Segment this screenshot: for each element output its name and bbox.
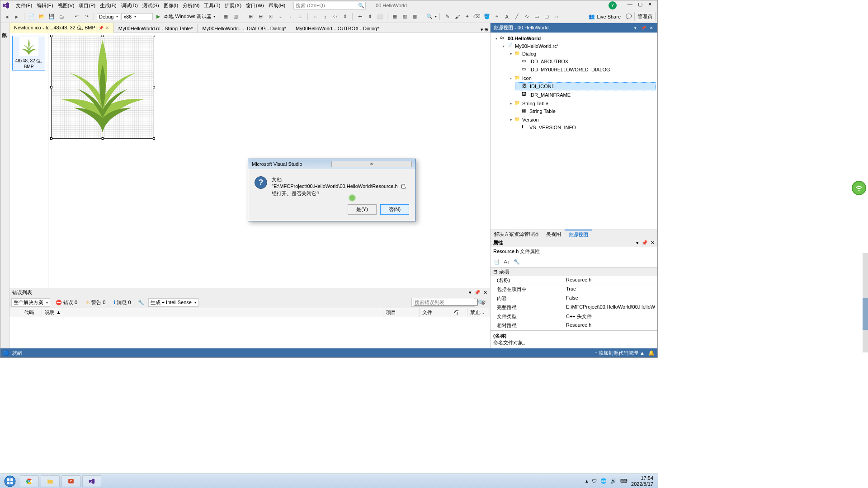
start-button[interactable] (2, 475, 18, 488)
prop-row[interactable]: 内容False (491, 294, 657, 303)
tree-item-selected[interactable]: 🖼IDI_ICON1 (515, 82, 656, 90)
tray-volume-icon[interactable]: 🔊 (610, 478, 617, 484)
menu-view[interactable]: 视图(V) (56, 1, 76, 10)
platform-combo[interactable]: x86 (121, 13, 153, 20)
menu-test[interactable]: 测试(S) (141, 1, 161, 10)
prop-row[interactable]: 完整路径E:\MFCProject\00.HelloWorld\00.Hello… (491, 303, 657, 312)
col-file[interactable]: 文件 (420, 308, 451, 317)
menu-project[interactable]: 项目(P) (77, 1, 97, 10)
redo-icon[interactable]: ↷ (82, 12, 91, 21)
picker-icon[interactable]: ⌖ (492, 12, 501, 21)
airbrush-icon[interactable]: ✦ (462, 12, 472, 21)
props-tool-icon[interactable]: 🔧 (512, 257, 521, 266)
open-icon[interactable]: 📂 (37, 12, 46, 21)
col-project[interactable]: 项目 (383, 308, 420, 317)
ellipse-icon[interactable]: ○ (552, 12, 561, 21)
col-code[interactable]: 代码 (21, 308, 42, 317)
align-icon[interactable]: ⊡ (266, 12, 275, 21)
left-dock-strip[interactable]: 颜色 (0, 23, 9, 348)
dialog-titlebar[interactable]: Microsoft Visual Studio ✕ (248, 159, 415, 169)
pin-icon[interactable]: 📌 (474, 290, 481, 296)
prop-value[interactable]: E:\MFCProject\00.HelloWorld\00.HelloW (563, 303, 657, 312)
align-icon[interactable]: ⊟ (256, 12, 265, 21)
expander-icon[interactable]: ▾ (509, 52, 513, 56)
dialog-close-button[interactable]: ✕ (331, 161, 412, 167)
expander-icon[interactable]: ▾ (509, 101, 513, 106)
filter-icon[interactable]: 🔧 (137, 298, 146, 307)
tray-shield-icon[interactable]: 🛡 (592, 479, 597, 484)
properties-subject[interactable]: Resource.h 文件属性 (491, 247, 657, 256)
back-icon[interactable]: ◄ (2, 12, 11, 21)
wifi-badge-icon[interactable] (852, 181, 866, 195)
errors-filter[interactable]: ⛔错误 0 (53, 298, 80, 307)
handle-icon[interactable] (50, 35, 52, 37)
user-avatar[interactable]: Y (609, 1, 617, 9)
doc-tab-string-table[interactable]: My00HelloWorld.rc - String Table* (114, 24, 198, 33)
menu-debug[interactable]: 调试(D) (119, 1, 140, 10)
curve-icon[interactable]: ∿ (522, 12, 531, 21)
play-icon[interactable]: ▶ (154, 12, 163, 21)
handle-icon[interactable] (102, 35, 104, 37)
notifications-icon[interactable]: 🔔 (648, 350, 655, 356)
tab-list-icon[interactable]: ▾ (481, 27, 483, 33)
run-dropdown-icon[interactable]: ▾ (213, 14, 215, 19)
menu-file[interactable]: 文件(F) (14, 1, 34, 10)
quick-search[interactable]: 🔍 (293, 2, 366, 9)
pin-icon[interactable]: 📌 (642, 240, 648, 246)
prop-row[interactable]: 包括在项目中True (491, 285, 657, 294)
tool-icon[interactable]: ▧ (231, 12, 240, 21)
tree-folder-string[interactable]: ▾📁String Table (508, 100, 656, 107)
new-icon[interactable]: 📄 (27, 12, 36, 21)
handle-icon[interactable] (153, 137, 155, 140)
handle-icon[interactable] (153, 86, 155, 89)
tray-input-icon[interactable]: ⌨ (620, 478, 627, 484)
prop-value[interactable]: Resource.h (563, 276, 657, 285)
close-icon[interactable]: ✕ (648, 1, 652, 9)
source-control-button[interactable]: ↑ 添加到源代码管理 ▲ (595, 350, 645, 357)
feedback-icon[interactable]: 💬 (624, 12, 633, 21)
close-icon[interactable]: ✕ (651, 240, 655, 246)
spacing-icon[interactable]: ↕ (321, 12, 330, 21)
task-powerpoint[interactable]: P (61, 475, 80, 487)
settings-icon[interactable]: ⚙ (479, 298, 488, 307)
align-icon[interactable]: ⊞ (246, 12, 255, 21)
no-button[interactable]: 否(N) (380, 204, 409, 215)
expander-icon[interactable]: ▾ (509, 117, 513, 122)
grid-icon[interactable]: ▦ (390, 12, 399, 21)
tree-item[interactable]: ℹVS_VERSION_INFO (515, 124, 656, 131)
toggle-preview-icon[interactable]: ⊕ (484, 27, 488, 33)
menu-analyze[interactable]: 分析(N) (181, 1, 201, 10)
build-source-combo[interactable]: 生成 + IntelliSense (148, 298, 198, 307)
expander-icon[interactable]: ▾ (494, 36, 499, 41)
align-icon[interactable]: ⫟ (286, 12, 295, 21)
properties-grid[interactable]: ⊟杂项 (名称)Resource.h 包括在项目中True 内容False 完整… (491, 267, 657, 330)
col-desc[interactable]: 说明 ▲ (42, 308, 383, 317)
line-icon[interactable]: ╱ (512, 12, 521, 21)
minimize-icon[interactable]: — (627, 1, 632, 9)
tool-icon[interactable]: ▦ (221, 12, 230, 21)
spacing-icon[interactable]: ↔ (311, 12, 320, 21)
run-label[interactable]: 本地 Windows 调试器 (164, 13, 212, 20)
pin-icon[interactable]: 📌 (640, 25, 646, 31)
handle-icon[interactable] (50, 137, 52, 140)
tree-folder-icon[interactable]: ▾📁Icon (508, 75, 656, 82)
grid-icon[interactable]: ▨ (400, 12, 409, 21)
size-icon[interactable]: ⬌ (355, 12, 364, 21)
handle-icon[interactable] (153, 35, 155, 37)
dropdown-icon[interactable]: ▾ (632, 25, 638, 31)
error-search-input[interactable] (414, 299, 478, 306)
zoom-icon[interactable]: 🔍 (425, 12, 434, 21)
config-combo[interactable]: Debug (97, 13, 120, 20)
tree-item[interactable]: ▦String Table (515, 108, 656, 115)
grid-icon[interactable]: ▩ (410, 12, 419, 21)
tree-folder-version[interactable]: ▾📁Version (508, 116, 656, 123)
error-search[interactable]: 🔍 (411, 298, 475, 307)
tree-item[interactable]: ▭IDD_ABOUTBOX (515, 58, 656, 65)
menu-build[interactable]: 生成(B) (98, 1, 118, 10)
task-chrome[interactable] (20, 475, 39, 487)
pin-icon[interactable]: 📌 (99, 26, 104, 30)
collapse-icon[interactable]: ⊟ (493, 269, 497, 275)
handle-icon[interactable] (50, 86, 52, 89)
task-visualstudio[interactable] (82, 475, 101, 487)
alphabetical-icon[interactable]: A↓ (502, 257, 511, 266)
